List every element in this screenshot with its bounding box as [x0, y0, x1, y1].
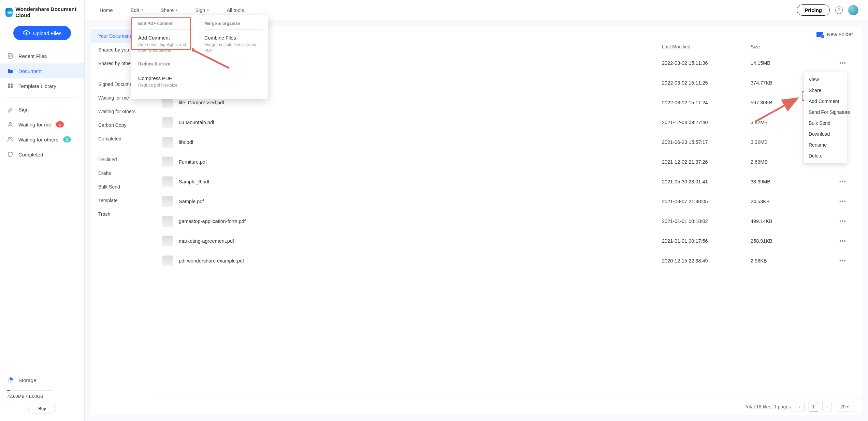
logo-row: Wondershare Document Cloud — [0, 0, 84, 23]
more-icon[interactable]: ••• — [839, 238, 846, 244]
nav-recent-files[interactable]: Recent Files — [0, 48, 84, 63]
more-icon[interactable]: ••• — [839, 218, 846, 224]
filter-bulk-send[interactable]: Bulk Send — [91, 180, 151, 194]
col-modified[interactable]: Last Modified — [662, 44, 751, 49]
file-modified: 2021-12-02 21:37:26 — [662, 159, 751, 165]
row-context-menu: View Share Add Comment Send For Signatur… — [804, 72, 847, 163]
ctx-rename[interactable]: Rename — [804, 139, 847, 150]
table-row[interactable]: 03 Mountain.pdf2021-12-04 09:27:403.82MB… — [151, 112, 862, 132]
filter-declined[interactable]: Declined — [91, 153, 151, 166]
dropdown-item-title: Compress PDF — [138, 76, 195, 81]
nav-label: Template Library — [18, 83, 56, 89]
dropdown-add-comment[interactable]: Add Comment Add notes, highlights and ot… — [138, 33, 195, 57]
dropdown-section-heading: Edit PDF content — [138, 21, 195, 30]
nav-waiting-for-others[interactable]: Waiting for others3 — [0, 132, 84, 147]
file-name: Furniture.pdf — [179, 159, 207, 165]
more-icon[interactable]: ••• — [839, 258, 846, 264]
file-size: 2.96KB — [751, 258, 839, 264]
filter-template[interactable]: Template — [91, 194, 151, 207]
menu-edit[interactable]: Edit▾ — [131, 7, 143, 13]
table-body: 2022-03-02 15:11:3614.15MB•••Furniture_C… — [151, 53, 862, 398]
table-row[interactable]: Sample.pdf2021-03-07 21:38:0524.53KB••• — [151, 192, 862, 211]
table-row[interactable]: marketing-agreement.pdf2021-01-01 00:17:… — [151, 231, 862, 251]
nav-label: Sign — [18, 107, 29, 112]
storage-row[interactable]: Storage — [7, 377, 77, 384]
menu-label: Sign — [195, 7, 205, 13]
ctx-add-comment[interactable]: Add Comment — [804, 96, 847, 107]
buy-button[interactable]: Buy — [28, 404, 56, 414]
table-row[interactable]: Furniture.pdf2021-12-02 21:37:262.63MB••… — [151, 152, 862, 172]
menu-sign[interactable]: Sign▾ — [195, 7, 209, 13]
menu-label: All tools — [227, 7, 244, 13]
pager-current[interactable]: 1 — [809, 402, 818, 411]
menu-home[interactable]: Home — [100, 7, 113, 13]
nav-template-library[interactable]: Template Library — [0, 78, 84, 93]
menu-share[interactable]: Share▾ — [161, 7, 178, 13]
pen-icon — [7, 106, 14, 113]
primary-nav: Recent Files Document Template Library S… — [0, 48, 84, 162]
table-row[interactable]: pdf wondershare example.pdf2020-12-15 22… — [151, 251, 862, 271]
file-size: 14.15MB — [751, 60, 839, 66]
filter-completed[interactable]: Completed — [91, 132, 151, 146]
svg-rect-0 — [8, 54, 12, 58]
nav-document[interactable]: Document — [0, 63, 84, 78]
file-modified: 2021-05-30 23:01:41 — [662, 179, 751, 184]
storage-usage: 72.60MB / 1.00GB — [7, 394, 77, 399]
file-thumb-icon — [162, 137, 173, 147]
new-folder-button[interactable]: New Folder — [816, 31, 853, 37]
svg-rect-4 — [8, 86, 10, 88]
nav-completed[interactable]: Completed — [0, 147, 84, 162]
menu-label: Edit — [131, 7, 139, 13]
help-icon[interactable]: ? — [835, 6, 843, 14]
ctx-download[interactable]: Download — [804, 129, 847, 139]
nav-separator — [7, 97, 77, 98]
file-thumb-icon — [162, 256, 173, 266]
nav-sign[interactable]: Sign — [0, 102, 84, 117]
top-menu: Home Edit▾ Share▾ Sign▾ All tools — [100, 7, 244, 13]
svg-rect-5 — [11, 86, 13, 88]
more-icon[interactable]: ••• — [839, 60, 846, 66]
menu-all-tools[interactable]: All tools — [227, 7, 244, 13]
pricing-button[interactable]: Pricing — [797, 4, 830, 16]
dropdown-combine-files[interactable]: Combine Files Merge multiple files into … — [204, 33, 261, 57]
filter-trash[interactable]: Trash — [91, 207, 151, 221]
table-row[interactable]: gamestop-application-form.pdf2021-01-01 … — [151, 211, 862, 231]
ctx-delete[interactable]: Delete — [804, 150, 847, 161]
table-row[interactable]: Sample_6.pdf2021-05-30 23:01:4133.39MB••… — [151, 172, 862, 192]
file-name: Sample.pdf — [179, 199, 204, 204]
dropdown-compress-pdf[interactable]: Compress PDF Reduce pdf files size — [138, 74, 195, 92]
storage-label: Storage — [18, 377, 37, 383]
file-thumb-icon — [162, 157, 173, 167]
file-modified: 2022-03-02 15:11:24 — [662, 100, 751, 105]
pager-size[interactable]: 20▾ — [836, 402, 853, 411]
file-name: marketing-agreement.pdf — [179, 238, 234, 244]
table-row[interactable]: life.pdf2021-06-23 15:57:173.32MB••• — [151, 132, 862, 152]
more-icon[interactable]: ••• — [839, 179, 846, 184]
ctx-send-for-signature[interactable]: Send For Signature — [804, 107, 847, 118]
ctx-share[interactable]: Share — [804, 85, 847, 96]
clock-file-icon — [7, 52, 14, 59]
pager-prev[interactable]: ‹ — [795, 402, 805, 411]
new-folder-label: New Folder — [827, 31, 853, 37]
folder-plus-icon — [816, 32, 823, 37]
filter-waiting-for-others[interactable]: Waiting for others — [91, 105, 151, 118]
dropdown-section-heading: Merge & organize — [204, 21, 261, 30]
col-size[interactable]: Size — [751, 44, 839, 49]
avatar[interactable] — [848, 5, 858, 15]
pager-next[interactable]: › — [822, 402, 832, 411]
nav-waiting-for-me[interactable]: Waiting for me5 — [0, 117, 84, 132]
filter-drafts[interactable]: Drafts — [91, 166, 151, 180]
svg-point-6 — [9, 122, 11, 124]
dropdown-item-desc: Merge multiple files into one PDF — [204, 42, 261, 54]
pager-info: Total 18 files, 1 pages — [745, 404, 791, 409]
more-icon[interactable]: ••• — [839, 198, 846, 204]
file-thumb-icon — [162, 117, 173, 127]
upload-files-button[interactable]: Upload Files — [13, 26, 71, 40]
storage-bar — [7, 390, 51, 391]
ctx-bulk-send[interactable]: Bulk Send — [804, 118, 847, 129]
file-modified: 2020-12-15 22:38:49 — [662, 258, 751, 264]
file-thumb-icon — [162, 177, 173, 187]
filter-carbon-copy[interactable]: Carbon Copy — [91, 118, 151, 132]
ctx-view[interactable]: View — [804, 74, 847, 85]
storage-panel: Storage 72.60MB / 1.00GB Buy — [0, 374, 84, 421]
